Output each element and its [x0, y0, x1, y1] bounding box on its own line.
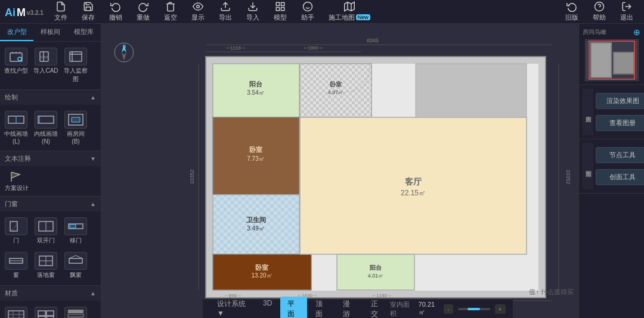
tab-moxingku[interactable]: 模型库 [67, 24, 101, 41]
floor-plan-svg: 6345 ←1116→ ←1990→ 阳台 3.54㎡ [134, 33, 578, 310]
room-icon [64, 111, 87, 129]
tools-label: 节点剖面图 [583, 143, 593, 189]
sidebar-item-wall-inner[interactable]: 内线画墙(N) [32, 108, 60, 147]
floor-window-icon [35, 252, 57, 270]
sidebar: 改户型 样板间 模型库 查找户型 CAD 导入CAD [0, 24, 101, 318]
tab-gaihuxing[interactable]: 改户型 [0, 24, 33, 41]
sidebar-item-wall-center[interactable]: 中线画墙(L) [2, 108, 30, 147]
view-tab-top[interactable]: 顶面 [308, 297, 335, 319]
svg-rect-93 [416, 64, 527, 117]
plus-icon[interactable]: ⊕ [633, 27, 640, 37]
sidebar-item-flag[interactable]: 方案设计 [5, 170, 29, 192]
text-items: 方案设计 [0, 166, 101, 196]
undo-label: 撤销 [109, 13, 122, 22]
view-button[interactable]: 显示 [185, 0, 210, 24]
oldver-button[interactable]: 旧版 [559, 0, 584, 24]
node-tool-button[interactable]: 节点工具 [596, 147, 644, 163]
svg-text:10352: 10352 [565, 169, 571, 184]
redo-button[interactable]: 重做 [131, 0, 156, 24]
view-tab-3d[interactable]: 3D [256, 297, 279, 319]
wall-inner-icon [35, 111, 57, 129]
file-button[interactable]: 文件 [48, 0, 73, 24]
svg-rect-27 [72, 117, 80, 122]
sidebar-item-door[interactable]: 门 [2, 215, 30, 247]
exit-button[interactable]: 退出 [614, 0, 639, 24]
create-tool-button[interactable]: 创面工具 [596, 169, 644, 185]
zoom-in-button[interactable]: + [495, 304, 506, 314]
area-info: 室内面积 70.21㎡ - + [390, 300, 506, 318]
exit-label: 退出 [620, 13, 633, 22]
svg-text:卧室: 卧室 [249, 146, 262, 153]
clear-label: 返空 [164, 13, 177, 22]
svg-text:6345: 6345 [367, 38, 379, 43]
export-button[interactable]: 导出 [213, 0, 238, 24]
map-button[interactable]: 施工地图 New [323, 0, 376, 24]
sidebar-item-label: 飘窗 [70, 271, 82, 279]
svg-text:3.49㎡: 3.49㎡ [247, 225, 264, 232]
section-door[interactable]: 门窗 ▲ [0, 196, 101, 211]
area-label: 室内面积 [390, 300, 413, 318]
svg-text:7.73㎡: 7.73㎡ [247, 155, 264, 162]
view-album-button[interactable]: 查看图册 [596, 115, 644, 131]
sidebar-item-floor-window[interactable]: 落地窗 [32, 250, 60, 282]
view-tab-roam[interactable]: 漫游 [336, 297, 362, 319]
zoom-out-button[interactable]: - [444, 304, 453, 314]
model-button[interactable]: 模型 [268, 0, 293, 24]
sidebar-item-slide-door[interactable]: 移门 [62, 215, 89, 247]
svg-rect-3 [276, 2, 279, 5]
svg-rect-29 [10, 222, 17, 231]
undo-button[interactable]: 撤销 [103, 0, 128, 24]
save-button[interactable]: 保存 [76, 0, 101, 24]
new-badge: New [356, 14, 370, 20]
sidebar-tabs: 改户型 样板间 模型库 [0, 24, 101, 42]
topbar-right: 旧版 帮助 退出 [559, 0, 639, 24]
sidebar-item-label: 中线画墙(L) [4, 130, 29, 145]
help-label: 帮助 [593, 13, 606, 22]
sidebar-item-room[interactable]: 画房间(B) [62, 108, 89, 147]
sidebar-item-label: 查找户型 [4, 67, 28, 75]
svg-text:卧室: 卧室 [255, 264, 268, 271]
sidebar-item-label: 导入CAD [33, 67, 58, 75]
sidebar-item-floor[interactable]: 地板 [2, 304, 30, 318]
sidebar-item-search-house[interactable]: 查找户型 [2, 45, 30, 86]
svg-rect-105 [592, 43, 611, 77]
section-material[interactable]: 材质 ▲ [0, 285, 101, 301]
double-door-icon [35, 217, 57, 235]
topbar: AiM v3.2.1 文件 保存 撤销 重做 返空 显示 导出 导入 模型 助手 [0, 0, 644, 24]
section-draw[interactable]: 绘制 ▲ [0, 89, 101, 105]
svg-rect-90 [337, 254, 414, 290]
view-tab-ortho[interactable]: 正交 [364, 297, 390, 319]
section-text[interactable]: 文本注释 ▼ [0, 151, 101, 166]
view-tab-plan[interactable]: 平面 [280, 297, 306, 319]
minimap[interactable] [585, 39, 639, 81]
view-tab-design[interactable]: 设计系统▼ [210, 297, 255, 319]
canvas-area[interactable]: N 6345 ←1116→ ←1990→ 阳台 3.54㎡ [101, 24, 578, 318]
svg-text:22.15㎡: 22.15㎡ [401, 189, 426, 197]
sidebar-item-double-door[interactable]: 双开门 [32, 215, 60, 247]
sidebar-item-wall-mat[interactable]: 墙面 [62, 304, 89, 318]
help-button[interactable]: 帮助 [587, 0, 612, 24]
tab-yanban[interactable]: 样板间 [33, 24, 67, 41]
sidebar-item-import-cad[interactable]: CAD 导入CAD [32, 45, 60, 86]
sidebar-top-items: 查找户型 CAD 导入CAD 导入监察图 [0, 42, 101, 89]
svg-text:13.20㎡: 13.20㎡ [251, 272, 272, 279]
clear-button[interactable]: 返空 [158, 0, 183, 24]
sidebar-item-tile[interactable]: 地砖 [32, 304, 60, 318]
render-image-button[interactable]: 渲染效果图 [596, 93, 644, 109]
sidebar-item-window[interactable]: 窗 [2, 250, 30, 282]
model-label: 模型 [274, 13, 287, 22]
wall-center-icon [5, 111, 27, 129]
assistant-button[interactable]: 助手 [295, 0, 320, 24]
sidebar-item-bay-window[interactable]: 飘窗 [62, 250, 89, 282]
svg-rect-39 [69, 258, 82, 263]
svg-rect-21 [70, 52, 82, 61]
svg-text:4.97㎡: 4.97㎡ [328, 89, 344, 95]
svg-rect-107 [614, 53, 633, 73]
sidebar-item-label: 窗 [13, 271, 19, 279]
floor-icon [5, 307, 27, 318]
svg-text:CAD: CAD [41, 55, 48, 59]
sidebar-item-import-blueprint[interactable]: 导入监察图 [62, 45, 89, 86]
svg-point-0 [197, 5, 200, 8]
import-button[interactable]: 导入 [240, 0, 265, 24]
tools-section: 节点剖面图 节点工具 创面工具 [579, 139, 644, 194]
